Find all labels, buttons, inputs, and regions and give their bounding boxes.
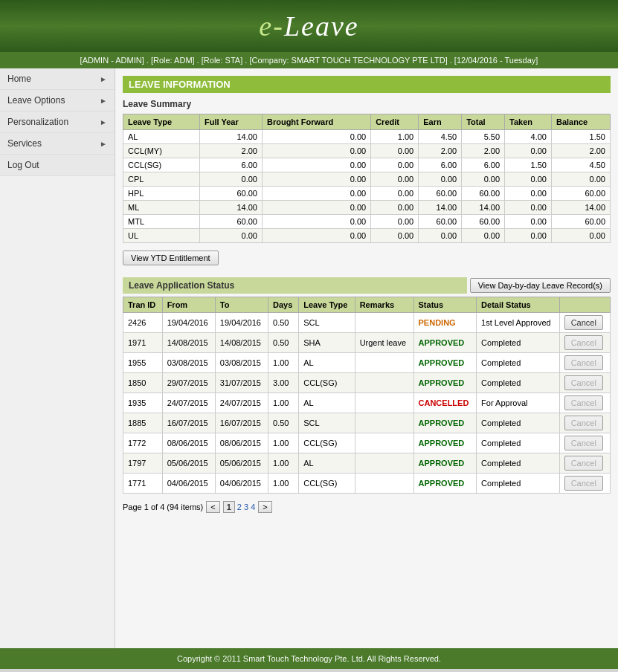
summary-title: Leave Summary <box>123 99 611 109</box>
cell-from: 05/06/2015 <box>162 453 215 474</box>
cell-from: 04/06/2015 <box>162 474 215 494</box>
cell-balance: 0.00 <box>551 172 610 187</box>
sidebar-item-logout[interactable]: Log Out <box>0 155 115 176</box>
cell-leave-type: CCL(SG) <box>299 433 355 453</box>
table-row: 1850 29/07/2015 31/07/2015 3.00 CCL(SG) … <box>123 373 611 393</box>
cell-detail-status: Completed <box>477 373 560 393</box>
cell-full-year: 6.00 <box>200 158 263 172</box>
ytd-entitlement-button[interactable]: View YTD Entitlement <box>123 251 219 265</box>
cell-leave-type: AL <box>299 353 355 373</box>
cell-days: 1.00 <box>268 393 299 413</box>
cell-credit: 0.00 <box>371 144 419 158</box>
cell-remarks <box>355 393 413 413</box>
col-earn: Earn <box>419 114 462 130</box>
cell-leave-type: AL <box>299 393 355 413</box>
table-row: 2426 19/04/2016 19/04/2016 0.50 SCL PEND… <box>123 313 611 333</box>
cell-days: 1.00 <box>268 453 299 474</box>
cancel-button: Cancel <box>564 456 603 471</box>
cell-brought-forward: 0.00 <box>262 187 370 201</box>
cell-status: CANCELLED <box>413 393 477 413</box>
main-layout: Home ► Leave Options ► Personalization ►… <box>0 68 618 648</box>
cell-full-year: 60.00 <box>200 187 263 201</box>
cell-brought-forward: 0.00 <box>262 201 370 215</box>
cell-remarks <box>355 373 413 393</box>
cell-credit: 0.00 <box>371 158 419 172</box>
cell-leave-type: CPL <box>123 172 200 187</box>
cell-credit: 0.00 <box>371 229 419 243</box>
sidebar-item-leave-options[interactable]: Leave Options ► <box>0 90 115 112</box>
cell-tran-id: 1771 <box>123 474 163 494</box>
col-taken: Taken <box>505 114 552 130</box>
cell-total: 0.00 <box>462 172 505 187</box>
page-link[interactable]: 2 <box>237 503 242 511</box>
col-credit: Credit <box>371 114 419 130</box>
sidebar: Home ► Leave Options ► Personalization ►… <box>0 68 115 648</box>
table-row: MTL 60.00 0.00 0.00 60.00 60.00 0.00 60.… <box>123 215 611 229</box>
sidebar-item-services[interactable]: Services ► <box>0 133 115 155</box>
cell-tran-id: 1971 <box>123 333 163 353</box>
view-day-by-day-button[interactable]: View Day-by-day Leave Record(s) <box>470 278 611 293</box>
sidebar-item-personalization[interactable]: Personalization ► <box>0 112 115 133</box>
cell-balance: 2.00 <box>551 144 610 158</box>
cell-to: 08/06/2015 <box>215 433 268 453</box>
cell-total: 6.00 <box>462 158 505 172</box>
cell-brought-forward: 0.00 <box>262 130 370 144</box>
cell-to: 04/06/2015 <box>215 474 268 494</box>
cell-earn: 14.00 <box>419 201 462 215</box>
page-link[interactable]: 4 <box>251 503 255 511</box>
cell-to: 05/06/2015 <box>215 453 268 474</box>
cell-total: 14.00 <box>462 201 505 215</box>
table-row: 1971 14/08/2015 14/08/2015 0.50 SHA Urge… <box>123 333 611 353</box>
sidebar-item-home[interactable]: Home ► <box>0 68 115 90</box>
cell-status: APPROVED <box>413 413 477 433</box>
cell-credit: 0.00 <box>371 215 419 229</box>
table-row: ML 14.00 0.00 0.00 14.00 14.00 0.00 14.0… <box>123 201 611 215</box>
cell-status: PENDING <box>413 313 477 333</box>
cell-leave-type: AL <box>123 130 200 144</box>
cell-from: 16/07/2015 <box>162 413 215 433</box>
cell-taken: 1.50 <box>505 158 552 172</box>
cell-leave-type: CCL(SG) <box>299 373 355 393</box>
cell-balance: 4.50 <box>551 158 610 172</box>
table-row: 1771 04/06/2015 04/06/2015 1.00 CCL(SG) … <box>123 474 611 494</box>
cell-to: 16/07/2015 <box>215 413 268 433</box>
cell-remarks <box>355 353 413 373</box>
pagination-text: Page 1 of 4 (94 items) <box>123 503 203 511</box>
cell-cancel: Cancel <box>559 413 610 433</box>
cell-leave-type: MTL <box>123 215 200 229</box>
cell-leave-type: CCL(MY) <box>123 144 200 158</box>
chevron-right-icon: ► <box>100 75 107 83</box>
col-total: Total <box>462 114 505 130</box>
cell-total: 2.00 <box>462 144 505 158</box>
cell-cancel: Cancel <box>559 453 610 474</box>
cancel-button: Cancel <box>564 335 603 350</box>
col-leave-type2: Leave Type <box>299 297 355 313</box>
cancel-button[interactable]: Cancel <box>564 315 603 330</box>
cell-to: 31/07/2015 <box>215 373 268 393</box>
prev-page-button[interactable]: < <box>206 501 219 513</box>
cancel-button: Cancel <box>564 416 603 430</box>
cell-brought-forward: 0.00 <box>262 158 370 172</box>
cell-earn: 60.00 <box>419 187 462 201</box>
table-row: CCL(SG) 6.00 0.00 0.00 6.00 6.00 1.50 4.… <box>123 158 611 172</box>
cell-days: 0.50 <box>268 333 299 353</box>
cell-total: 60.00 <box>462 187 505 201</box>
app-status-header: Leave Application Status View Day-by-day… <box>123 277 611 294</box>
chevron-right-icon: ► <box>100 140 107 148</box>
cell-from: 08/06/2015 <box>162 433 215 453</box>
cell-full-year: 2.00 <box>200 144 263 158</box>
cell-tran-id: 1772 <box>123 433 163 453</box>
col-balance: Balance <box>551 114 610 130</box>
cell-leave-type: CCL(SG) <box>299 474 355 494</box>
cell-status: APPROVED <box>413 353 477 373</box>
cell-cancel: Cancel <box>559 393 610 413</box>
cell-earn: 2.00 <box>419 144 462 158</box>
cell-detail-status: Completed <box>477 474 560 494</box>
cell-tran-id: 1850 <box>123 373 163 393</box>
cell-balance: 60.00 <box>551 215 610 229</box>
cell-cancel: Cancel <box>559 433 610 453</box>
cell-total: 60.00 <box>462 215 505 229</box>
next-page-button[interactable]: > <box>258 501 271 513</box>
page-link[interactable]: 3 <box>244 503 248 511</box>
cell-remarks <box>355 433 413 453</box>
